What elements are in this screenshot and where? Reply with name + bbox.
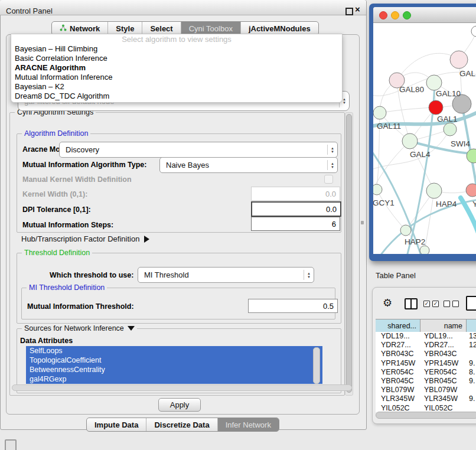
column-header-partial[interactable] [467, 319, 476, 332]
cell: YBL079W [376, 386, 420, 394]
cell: YLR345W [420, 394, 467, 403]
network-node[interactable] [467, 149, 476, 163]
network-canvas[interactable]: GAL GAL80 GAL10 GAL1 GAL11 SWI4 GAL4 GCY… [373, 23, 476, 254]
table-row[interactable]: YBR045CYBR045C9. [376, 377, 476, 386]
cell: YDR27... [420, 341, 467, 350]
network-node[interactable] [429, 100, 443, 115]
cell: YLR345W [376, 394, 420, 403]
dpi-tolerance-field[interactable]: 0.0 [251, 201, 341, 217]
network-node[interactable] [426, 183, 442, 198]
collapse-arrow-icon [128, 326, 135, 331]
network-node[interactable] [400, 225, 411, 236]
column-header-name[interactable]: name [420, 319, 467, 332]
mi-threshold-label: Mutual Information Threshold: [27, 302, 134, 311]
document-icon[interactable] [466, 296, 476, 311]
node-label: SWI4 [451, 139, 470, 148]
tab-style[interactable]: Style [107, 22, 142, 35]
unchecked-box-icon [444, 301, 450, 307]
group-title: MI Threshold Definition [27, 283, 107, 292]
dropdown-item-highlighted[interactable]: ARACNE Algorithm [11, 63, 342, 73]
settings-scrollbar[interactable] [345, 112, 353, 396]
combo-arrows-icon: ▲▼ [304, 270, 314, 281]
list-scrollbar[interactable] [313, 347, 320, 384]
gear-icon[interactable]: ⚙ [383, 297, 392, 309]
dropdown-item[interactable]: Basic Correlation Inference [11, 54, 342, 63]
table-horizontal-scrollbar[interactable] [376, 412, 476, 419]
mi-algorithm-type-label: Mutual Information Algorithm Type: [22, 161, 146, 169]
apply-button[interactable]: Apply [158, 398, 201, 412]
column-header-shared-name[interactable]: shared... [376, 319, 420, 332]
mi-algorithm-type-combobox[interactable]: Naive Bayes ▲▼ [159, 157, 338, 173]
list-item[interactable]: gal4RGexp [26, 374, 322, 384]
horizontal-scrollbar[interactable] [12, 384, 352, 391]
network-node[interactable] [402, 133, 418, 149]
close-icon[interactable]: × [355, 5, 360, 14]
tab-cyni-toolbox[interactable]: Cyni Toolbox [181, 22, 240, 35]
zoom-traffic-light[interactable] [403, 11, 411, 19]
network-node[interactable] [373, 106, 386, 119]
tab-jactivemnodules[interactable]: jActiveMNodules [240, 22, 318, 35]
which-threshold-value: MI Threshold [138, 270, 304, 279]
which-threshold-label: Which threshold to use: [50, 271, 133, 279]
mi-threshold-field[interactable]: 0.5 [248, 299, 338, 313]
tab-select[interactable]: Select [142, 22, 180, 35]
list-item[interactable]: SelfLoops [26, 346, 322, 356]
tab-label: Discretize Data [154, 419, 209, 431]
dropdown-item[interactable]: Bayesian – Hill Climbing [11, 44, 342, 54]
table-row[interactable]: YDR27...YDR27...12 [376, 341, 476, 350]
network-node[interactable] [450, 51, 468, 69]
network-icon [60, 22, 67, 35]
select-all-checkboxes-icon[interactable]: ✓ ✓ [423, 301, 439, 307]
algorithm-dropdown-list: Select algorithm to view settings Bayesi… [11, 34, 343, 103]
list-item[interactable]: BetweennessCentrality [26, 365, 322, 374]
dropdown-item[interactable]: Bayesian – K2 [11, 82, 342, 92]
table-row[interactable]: YBL079WYBL079W [376, 386, 476, 394]
close-traffic-light[interactable] [379, 11, 387, 19]
table-row[interactable]: YLR345WYLR345W9. [376, 394, 476, 403]
network-node[interactable] [426, 75, 442, 90]
tab-impute-data[interactable]: Impute Data [87, 418, 146, 431]
deselect-all-checkboxes-icon[interactable] [444, 301, 459, 307]
scrollbar-thumb[interactable] [346, 114, 352, 393]
dropdown-item[interactable]: Mutual Information Inference [11, 73, 342, 82]
mi-steps-field[interactable]: 6 [251, 217, 340, 231]
table-panel-title: Table Panel [376, 271, 416, 280]
combo-arrows-icon: ▲▼ [327, 160, 337, 171]
network-node[interactable] [444, 123, 457, 136]
aracne-mode-combobox[interactable]: Discovery ▲▼ [59, 142, 338, 158]
cell: YBR045C [376, 377, 420, 386]
hub-definition-expander[interactable]: Hub/Transcription Factor Definition [21, 234, 149, 243]
table-row[interactable]: YBR043CYBR043C [376, 350, 476, 358]
tab-discretize-data[interactable]: Discretize Data [146, 418, 217, 431]
sources-expander[interactable]: Sources for Network Inference [22, 324, 137, 332]
cell: YPR145W [376, 359, 420, 368]
table-header: shared... name [376, 319, 476, 333]
data-attributes-label: Data Attributes [20, 337, 73, 345]
minimize-traffic-light[interactable] [391, 11, 399, 19]
network-node[interactable] [373, 184, 382, 195]
table-row[interactable]: YPR145WYPR145W9. [376, 359, 476, 368]
cell: YDL19... [420, 332, 467, 341]
table-row[interactable]: YER054CYER054C8. [376, 368, 476, 377]
cell: YER054C [376, 368, 420, 377]
cell: 13 [467, 332, 476, 341]
cell [467, 350, 476, 358]
data-attributes-list: SelfLoops TopologicalCoefficient Between… [26, 346, 322, 384]
float-window-icon[interactable] [345, 8, 353, 15]
list-item[interactable]: TopologicalCoefficient [26, 356, 322, 365]
tab-infer-network[interactable]: Infer Network [217, 418, 279, 431]
divider [410, 299, 412, 308]
cell: 9. [467, 359, 476, 368]
split-columns-icon[interactable] [405, 298, 418, 309]
cell: 8. [467, 368, 476, 377]
node-label: GCY1 [373, 198, 395, 207]
network-node[interactable] [420, 246, 429, 254]
network-node[interactable] [471, 26, 476, 37]
node-label: Y [472, 200, 476, 208]
table-row[interactable]: YDL19...YDL19...13 [376, 332, 476, 341]
minimized-panel-icon[interactable] [5, 439, 17, 450]
network-node[interactable] [466, 184, 476, 197]
which-threshold-combobox[interactable]: MI Threshold ▲▼ [138, 267, 314, 283]
dropdown-item[interactable]: Dream8 DC_TDC Algorithm [11, 92, 342, 101]
tab-network[interactable]: Network [52, 22, 107, 35]
